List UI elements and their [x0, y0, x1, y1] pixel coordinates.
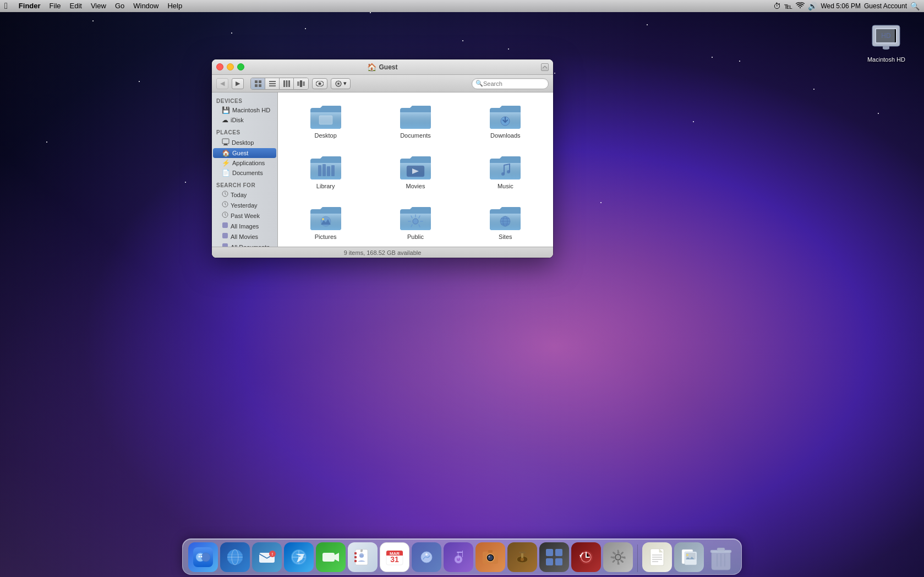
- wifi-icon[interactable]: [796, 2, 805, 10]
- folder-pictures[interactable]: Pictures: [283, 199, 368, 244]
- macintosh-hd-label: Macintosh HD: [867, 56, 905, 63]
- dock-item-preview[interactable]: [674, 542, 704, 572]
- sidebar-item-all-documents[interactable]: All Documents: [213, 242, 276, 247]
- sidebar-item-yesterday[interactable]: Yesterday: [213, 200, 276, 210]
- texteditor-dock-icon: [642, 542, 672, 572]
- svg-point-41: [501, 172, 505, 176]
- dock-item-itunes[interactable]: [444, 542, 473, 572]
- svg-rect-17: [297, 81, 299, 86]
- dock-item-addressbook[interactable]: @: [348, 542, 378, 572]
- finder-window: 🏠 Guest ◀ ▶: [212, 59, 553, 258]
- dock-item-mail[interactable]: !: [252, 542, 282, 572]
- dock-item-trash[interactable]: [706, 542, 736, 572]
- maximize-button[interactable]: [237, 63, 244, 70]
- sidebar-item-past-week[interactable]: Past Week: [213, 210, 276, 221]
- search-box: 🔍: [472, 78, 549, 89]
- svg-point-21: [319, 82, 321, 85]
- spaces-dock-icon: [539, 542, 569, 572]
- svg-rect-31: [222, 233, 228, 238]
- view-coverflow-button[interactable]: [294, 78, 308, 89]
- dock-item-calendar[interactable]: MAR 31: [380, 542, 409, 572]
- svg-rect-33: [319, 116, 332, 124]
- dock-item-finder[interactable]: [188, 542, 218, 572]
- sidebar-item-macintosh-hd[interactable]: 💾 Macintosh HD: [213, 105, 276, 115]
- sidebar-item-all-movies[interactable]: All Movies: [213, 231, 276, 242]
- sidebar-item-all-images[interactable]: All Images: [213, 221, 276, 231]
- folder-movies-label: Movies: [406, 183, 425, 189]
- sidebar-item-idisk[interactable]: ☁ iDisk: [213, 115, 276, 125]
- dashboard-dock-icon: [220, 542, 250, 572]
- dock-item-facetime[interactable]: [316, 542, 346, 572]
- back-button[interactable]: ◀: [216, 78, 228, 89]
- dock-item-spaces[interactable]: [539, 542, 569, 572]
- sidebar-item-today[interactable]: Today: [213, 189, 276, 200]
- dock-item-dashboard[interactable]: [220, 542, 250, 572]
- view-icon-button[interactable]: [251, 78, 265, 89]
- spotlight-icon[interactable]: 🔍: [910, 2, 920, 10]
- sidebar: DEVICES 💾 Macintosh HD ☁ iDisk PLACES: [212, 92, 278, 247]
- view-mode-buttons: [250, 78, 309, 90]
- photobooth-dock-icon: [475, 542, 505, 572]
- dock-item-photobooth[interactable]: [475, 542, 505, 572]
- collapse-button[interactable]: [541, 63, 549, 71]
- sidebar-item-desktop[interactable]: Desktop: [213, 137, 276, 148]
- folder-movies[interactable]: Movies: [373, 149, 457, 194]
- view-list-button[interactable]: [265, 78, 280, 89]
- svg-rect-86: [457, 552, 462, 553]
- folder-pictures-label: Pictures: [315, 233, 337, 240]
- action-button[interactable]: ▾: [331, 78, 351, 89]
- dock-item-texteditor[interactable]: [642, 542, 672, 572]
- menu-help[interactable]: Help: [163, 0, 187, 12]
- dock-container: !: [0, 538, 924, 577]
- close-button[interactable]: [216, 63, 223, 70]
- minimize-button[interactable]: [227, 63, 234, 70]
- svg-rect-4: [883, 46, 889, 49]
- sidebar-item-documents[interactable]: 📄 Documents: [213, 168, 276, 178]
- svg-rect-97: [519, 552, 526, 553]
- time-machine-icon[interactable]: ⏱: [773, 2, 781, 10]
- svg-rect-68: [322, 553, 335, 562]
- dock-item-iphoto[interactable]: [412, 542, 441, 572]
- preview-dock-icon: [674, 542, 704, 572]
- view-column-button[interactable]: [280, 78, 294, 89]
- menu-edit[interactable]: Edit: [65, 0, 86, 12]
- folder-public[interactable]: Public: [373, 199, 457, 244]
- volume-icon[interactable]: 🔊: [808, 2, 817, 10]
- menu-finder[interactable]: Finder: [14, 0, 45, 12]
- folder-downloads[interactable]: Downloads: [463, 98, 548, 143]
- folder-documents[interactable]: Documents: [373, 98, 457, 143]
- macintosh-hd-icon[interactable]: HD Macintosh HD: [865, 17, 907, 65]
- sidebar-item-applications[interactable]: ⚡ Applications: [213, 158, 276, 168]
- menubar:  Finder File Edit View Go Window Help ⏱…: [0, 0, 924, 12]
- menu-window[interactable]: Window: [129, 0, 163, 12]
- folder-library[interactable]: Library: [283, 149, 368, 194]
- dock-item-systemprefs[interactable]: [603, 542, 633, 572]
- svg-text:31: 31: [390, 555, 399, 564]
- folder-sites[interactable]: Sites: [463, 199, 548, 244]
- folder-library-label: Library: [316, 183, 335, 189]
- svg-rect-88: [462, 551, 463, 557]
- dock-item-timemachine[interactable]: [571, 542, 601, 572]
- menu-view[interactable]: View: [86, 0, 111, 12]
- svg-text:HD: HD: [882, 32, 892, 40]
- title-bar: 🏠 Guest: [212, 59, 553, 75]
- folder-music[interactable]: Music: [463, 149, 548, 194]
- svg-point-44: [322, 218, 324, 220]
- apple-menu-button[interactable]: : [4, 1, 8, 11]
- sidebar-item-guest[interactable]: 🏠 Guest: [213, 148, 276, 158]
- menu-go[interactable]: Go: [111, 0, 129, 12]
- dock-item-safari[interactable]: [284, 542, 314, 572]
- user-account-display[interactable]: Guest Account: [864, 2, 907, 10]
- menu-file[interactable]: File: [45, 0, 65, 12]
- timemachine-dock-icon: [571, 542, 601, 572]
- bluetooth-icon[interactable]: ℡: [784, 2, 792, 10]
- addressbook-dock-icon: @: [348, 542, 378, 572]
- sidebar-devices-section: DEVICES 💾 Macintosh HD ☁ iDisk: [212, 97, 277, 125]
- dock-item-garageband[interactable]: [507, 542, 537, 572]
- forward-button[interactable]: ▶: [232, 78, 244, 89]
- eye-button[interactable]: [312, 78, 327, 89]
- desktop:  Finder File Edit View Go Window Help ⏱…: [0, 0, 924, 577]
- search-input[interactable]: [483, 80, 545, 87]
- folder-desktop[interactable]: Desktop: [283, 98, 368, 143]
- folder-sites-icon: [489, 204, 522, 231]
